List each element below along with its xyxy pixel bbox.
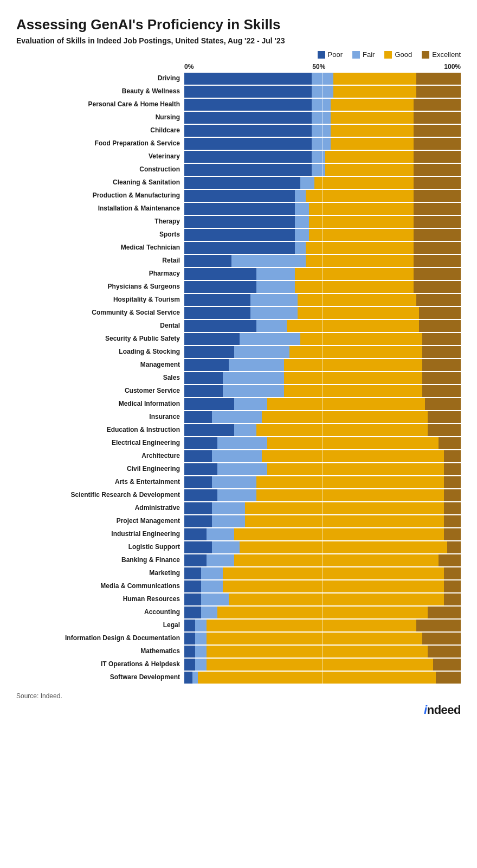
bar-label: Administrative <box>16 505 184 512</box>
bar-segment-fair <box>295 203 309 215</box>
bar-segment-poor <box>184 633 195 644</box>
bar-row: Civil Engineering <box>16 463 461 475</box>
bar-label: Legal <box>16 622 184 629</box>
bar-label: Security & Public Safety <box>16 335 184 343</box>
legend-item-poor: Poor <box>318 50 343 59</box>
bar-segment-fair <box>207 554 234 566</box>
bar-segment-excellent <box>416 620 461 631</box>
bar-segment-poor <box>184 86 312 98</box>
legend-swatch <box>318 51 325 59</box>
bar-segment-excellent <box>425 398 461 410</box>
midline <box>323 385 323 397</box>
midline <box>323 86 323 98</box>
legend-label: Excellent <box>432 50 461 59</box>
bar-segment-good <box>198 672 436 684</box>
bar-segment-excellent <box>416 86 461 98</box>
bar-segment-poor <box>184 541 212 553</box>
bar-segment-good <box>229 593 444 605</box>
midline <box>323 620 323 631</box>
bar-container <box>184 567 461 579</box>
bar-segment-good <box>207 646 428 658</box>
bar-segment-excellent <box>428 646 461 658</box>
bar-label: Mathematics <box>16 648 184 655</box>
bar-segment-excellent <box>444 450 461 462</box>
bar-segment-good <box>331 125 414 137</box>
bar-segment-good <box>267 463 444 475</box>
bar-segment-excellent <box>414 151 461 163</box>
bar-label: IT Operations & Helpdesk <box>16 661 184 668</box>
bar-label: Dental <box>16 322 184 330</box>
bar-container <box>184 437 461 449</box>
bar-segment-fair <box>250 294 298 306</box>
bar-row: Childcare <box>16 125 461 137</box>
bar-segment-poor <box>184 620 195 631</box>
bar-segment-fair <box>250 307 298 319</box>
bar-segment-excellent <box>422 346 461 358</box>
bar-segment-excellent <box>414 281 461 293</box>
bar-segment-fair <box>212 515 245 527</box>
bar-container <box>184 346 461 358</box>
bar-container <box>184 580 461 592</box>
bar-row: Dental <box>16 320 461 332</box>
bar-segment-excellent <box>422 333 461 345</box>
bar-container <box>184 372 461 384</box>
bar-label: Community & Social Service <box>16 309 184 317</box>
bar-row: Architecture <box>16 450 461 462</box>
bar-label: Management <box>16 361 184 369</box>
bar-label: Childcare <box>16 127 184 135</box>
bar-segment-good <box>256 489 444 501</box>
bar-segment-excellent <box>414 268 461 280</box>
bar-segment-poor <box>184 372 223 384</box>
bar-row: Community & Social Service <box>16 307 461 319</box>
bar-label: Sales <box>16 374 184 382</box>
bar-segment-excellent <box>422 633 461 644</box>
bar-row: Legal <box>16 620 461 631</box>
midline <box>323 112 323 124</box>
axis-label: 100% <box>444 63 461 71</box>
midline <box>323 190 323 202</box>
bar-container <box>184 138 461 150</box>
bar-segment-good <box>331 99 414 111</box>
midline <box>323 463 323 475</box>
bar-segment-excellent <box>419 307 461 319</box>
bar-container <box>184 633 461 644</box>
bar-segment-fair <box>300 177 314 189</box>
midline <box>323 541 323 553</box>
legend-label: Poor <box>328 50 343 59</box>
bar-segment-fair <box>240 333 300 345</box>
midline <box>323 294 323 306</box>
bar-segment-excellent <box>436 672 461 684</box>
bar-segment-excellent <box>414 216 461 228</box>
bar-container <box>184 151 461 163</box>
bar-container <box>184 398 461 410</box>
bar-container <box>184 515 461 527</box>
bar-container <box>184 489 461 501</box>
bar-segment-poor <box>184 346 234 358</box>
legend: PoorFairGoodExcellent <box>16 50 461 59</box>
bar-label: Personal Care & Home Health <box>16 101 184 108</box>
bar-container <box>184 320 461 332</box>
bar-segment-good <box>256 476 444 488</box>
bar-segment-poor <box>184 320 256 332</box>
midline <box>323 346 323 358</box>
bar-segment-poor <box>184 138 312 150</box>
bar-container <box>184 672 461 684</box>
bar-segment-fair <box>256 320 287 332</box>
midline <box>323 489 323 501</box>
bar-label: Food Preparation & Service <box>16 140 184 148</box>
bar-label: Scientific Research & Development <box>16 492 184 499</box>
bar-container <box>184 203 461 215</box>
bar-segment-poor <box>184 242 295 254</box>
bar-container <box>184 554 461 566</box>
bar-label: Arts & Entertainment <box>16 478 184 486</box>
bar-segment-good <box>223 580 444 592</box>
bar-container <box>184 502 461 514</box>
bar-container <box>184 411 461 423</box>
bar-segment-excellent <box>414 138 461 150</box>
bar-segment-poor <box>184 489 217 501</box>
bar-segment-excellent <box>414 190 461 202</box>
bar-segment-good <box>223 567 444 579</box>
bar-container <box>184 541 461 553</box>
bar-segment-good <box>298 294 416 306</box>
bar-container <box>184 593 461 605</box>
